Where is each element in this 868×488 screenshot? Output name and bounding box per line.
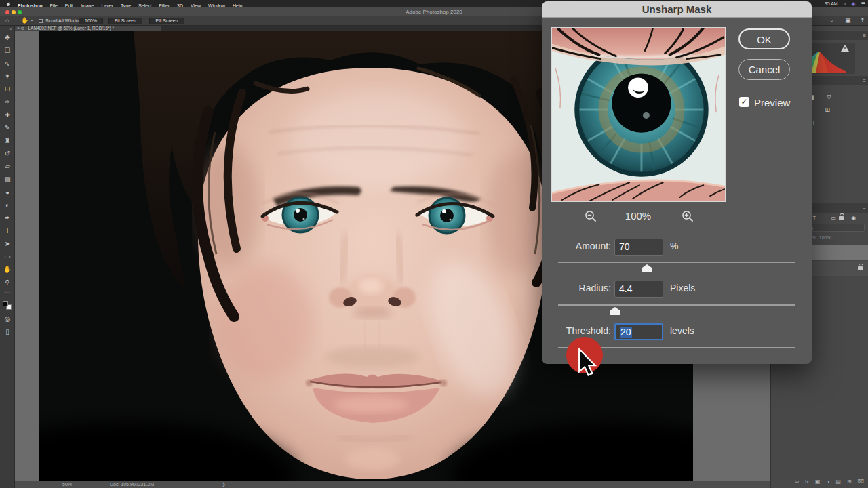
shape-tool[interactable]: ▭ [0,250,15,263]
amount-input[interactable]: 70 [614,239,663,256]
hand-tool[interactable]: ✋ [0,263,15,276]
brush-tool[interactable]: ✎ [0,121,15,134]
threshold-suffix: levels [670,325,694,336]
panel-menu-icon[interactable]: ≡ [863,33,866,39]
crop-tool[interactable]: ⊡ [0,83,15,96]
gradient-tool[interactable]: ▤ [0,173,15,186]
zoom-level-value[interactable]: 50% [62,482,72,487]
color-swatches[interactable] [0,299,15,312]
dialog-title: Unsharp Mask [542,1,812,18]
zoom-out-icon[interactable] [585,210,597,222]
fit-screen-button[interactable]: Fit Screen [108,18,142,24]
amount-slider[interactable] [558,262,795,263]
new-layer-icon[interactable]: ⊞ [847,479,852,485]
spotlight-icon[interactable]: ⌕ [844,1,846,7]
radius-suffix: Pixels [670,283,695,293]
type-tool[interactable]: T [0,224,15,237]
amount-suffix: % [670,241,678,251]
control-center-icon[interactable]: ◉ [852,1,856,7]
zoom-in-icon[interactable] [682,210,694,222]
eraser-tool[interactable]: ▱ [0,160,15,173]
background-lock-icon [858,266,863,270]
fx-icon[interactable]: fx [805,479,809,485]
ok-button[interactable]: OK [738,28,790,49]
quick-mask-icon[interactable]: ◎ [0,312,15,325]
chevron-down-icon[interactable]: ⌄ [30,17,34,22]
magic-wand-tool[interactable]: ✶ [0,70,15,83]
close-tab-icon[interactable]: × [17,26,20,30]
fill-fragment: Fill: 100% [810,235,831,240]
layer-mask-icon[interactable]: ▣ [815,479,821,485]
delete-layer-icon[interactable]: ⌧ [858,479,864,485]
preview-label: Preview [754,97,790,108]
cancel-button[interactable]: Cancel [738,59,790,80]
document-title: _LAN4802.NEF @ 50% (Layer 1, RGB/16*) * [26,26,114,30]
link-icon[interactable]: ∞ [795,479,799,485]
status-chevron-icon[interactable]: ❯ [222,482,226,487]
eye-preview-image[interactable] [551,27,726,202]
dialog-titlebar[interactable]: Unsharp Mask [542,1,812,18]
foreground-color-swatch[interactable] [3,301,8,306]
home-icon[interactable]: ⌂ [5,17,9,24]
clone-stamp-tool[interactable]: ♜ [0,134,15,147]
mouse-cursor [578,348,598,379]
path-select-tool[interactable]: ➤ [0,237,15,250]
doc-size-info: Doc: 105.9M/231.2M [110,482,154,487]
amount-label: Amount: [542,241,611,251]
search-icon[interactable]: ⌕ [830,17,833,24]
blur-tool[interactable]: ◒ [0,186,15,199]
cloud-doc-icon: ⊙ [21,26,24,30]
radius-slider[interactable] [558,304,795,306]
zoom-100-button[interactable]: 100% [79,18,103,24]
adjustment-layer-icon[interactable]: ◑ [827,479,830,485]
radius-input[interactable]: 4.4 [614,281,663,298]
layers-panel-footer: ∞fx▣◑▤⊞⌧ [771,476,868,486]
screen-mode-icon[interactable]: ▯ [0,325,15,338]
tool-list: ✥☐∿✶⊡✑✚✎♜↺▱▤◒◐✒T➤▭✋⚲ [0,31,14,289]
threshold-input[interactable]: 20 [614,323,663,340]
more-tools-icon[interactable]: ⋯ [0,289,14,297]
group-icon[interactable]: ▤ [836,479,842,485]
document-tab[interactable]: × ⊙ _LAN4802.NEF @ 50% (Layer 1, RGB/16*… [15,26,161,31]
preview-zoom-controls: 100% [542,209,734,224]
scroll-all-windows-checkbox[interactable] [39,19,43,23]
marquee-tool[interactable]: ☐ [0,44,15,57]
lasso-tool[interactable]: ∿ [0,57,15,70]
history-brush-tool[interactable]: ↺ [0,147,15,160]
pen-tool[interactable]: ✒ [0,211,15,224]
notification-center-icon[interactable]: ☰ [861,1,865,7]
panel-menu-icon[interactable]: ≡ [863,78,866,84]
preview-zoom-level: 100% [610,210,667,222]
hand-tool-icon[interactable]: ✋ [21,17,28,24]
threshold-label: Threshold: [542,325,611,336]
amount-slider-thumb[interactable] [642,264,652,272]
unsharp-mask-dialog: Unsharp Mask [542,1,812,364]
collapse-tools-icon[interactable]: » [0,26,14,31]
status-bar: 50% Doc: 105.9M/231.2M ❯ [15,481,770,488]
healing-brush-tool[interactable]: ✚ [0,108,15,121]
filter-lock-icon[interactable] [839,216,844,220]
move-tool[interactable]: ✥ [0,31,15,44]
eyedropper-tool[interactable]: ✑ [0,96,15,108]
panel-menu-icon[interactable]: ≡ [863,205,866,211]
menubar-status-area: 35 AM ⌕ ◉ ☰ [825,0,865,7]
dodge-tool[interactable]: ◐ [0,199,15,211]
clock: 35 AM [825,1,838,6]
apple-logo-icon [6,1,11,7]
tools-panel: » ✥☐∿✶⊡✑✚✎♜↺▱▤◒◐✒T➤▭✋⚲ ⋯ ◎ ▯ [0,26,15,488]
radius-label: Radius: [542,283,611,293]
preview-checkbox[interactable]: ✓ [739,97,749,107]
eye-preview-illustration [552,28,725,201]
zoom-tool[interactable]: ⚲ [0,276,15,289]
fill-screen-button[interactable]: Fill Screen [149,18,184,24]
arrange-icon[interactable]: ▣ [845,17,851,24]
radius-slider-thumb[interactable] [610,307,620,315]
share-icon[interactable]: ↥ [860,17,865,24]
